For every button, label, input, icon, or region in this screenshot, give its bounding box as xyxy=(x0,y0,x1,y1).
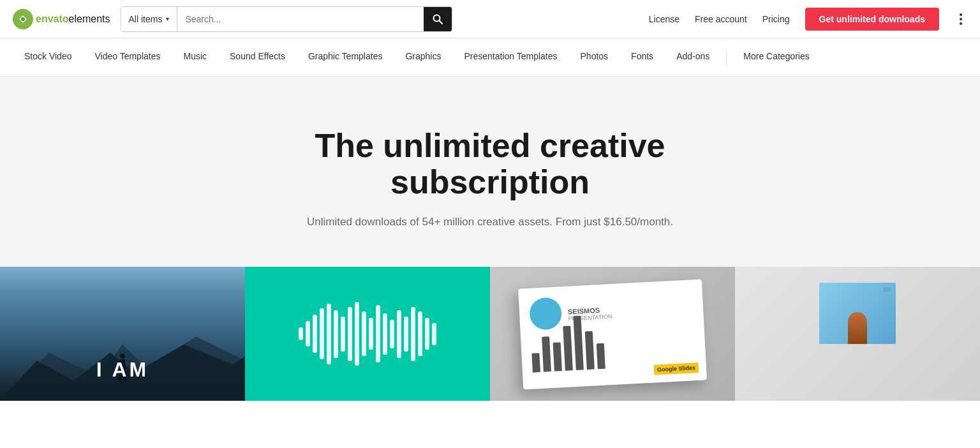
google-slides-badge: Google Slides xyxy=(654,362,699,375)
card-1-label: I AM xyxy=(96,358,149,382)
pres-bar xyxy=(553,342,562,371)
wave-bar xyxy=(313,315,317,353)
wave-bar xyxy=(320,308,324,359)
hero-subtitle: Unlimited downloads of 54+ million creat… xyxy=(307,216,673,228)
chevron-down-icon: ▾ xyxy=(166,15,169,22)
search-icon xyxy=(433,14,443,24)
wave-bar xyxy=(299,327,303,340)
pres-bar xyxy=(542,336,551,372)
header: envatoelements All items ▾ License Free … xyxy=(0,0,980,38)
wave-bar xyxy=(404,317,408,352)
wave-bar xyxy=(327,304,331,364)
wave-bar xyxy=(362,311,366,356)
wave-bar xyxy=(306,321,310,347)
wave-bar xyxy=(334,310,338,358)
hero-title: The unlimited creative subscription xyxy=(267,128,713,200)
hero-section: The unlimited creative subscription Unli… xyxy=(0,77,980,267)
wave-bar xyxy=(369,318,373,350)
svg-point-1 xyxy=(21,17,25,21)
cat-graphic-templates[interactable]: Graphic Templates xyxy=(297,38,394,77)
cards-section: I AM SEISMOS PRESENTATION Google Slides xyxy=(0,267,980,401)
logo-envato-text: envatoelements xyxy=(36,13,110,25)
search-dropdown-label: All items xyxy=(129,14,163,24)
book-figure xyxy=(848,312,867,344)
cat-sound-effects[interactable]: Sound Effects xyxy=(218,38,297,77)
license-link[interactable]: License xyxy=(649,14,679,24)
cat-music[interactable]: Music xyxy=(172,38,218,77)
free-account-link[interactable]: Free account xyxy=(695,14,747,24)
pres-circle xyxy=(529,297,563,331)
presentation-mockup: SEISMOS PRESENTATION Google Slides xyxy=(518,279,707,389)
cat-fonts[interactable]: Fonts xyxy=(620,38,665,77)
book-cover-top: |||| xyxy=(819,283,896,344)
card-sound-effects[interactable] xyxy=(245,267,490,401)
card-stock-video[interactable]: I AM xyxy=(0,267,245,401)
svg-line-3 xyxy=(439,20,442,24)
wave-bar xyxy=(390,320,394,348)
wave-bar xyxy=(425,318,429,350)
more-menu-button[interactable] xyxy=(954,11,967,27)
wave-bar xyxy=(341,317,345,352)
wave-bar xyxy=(376,305,380,362)
cat-stock-video[interactable]: Stock Video xyxy=(13,38,83,77)
pres-bar xyxy=(585,331,595,370)
header-nav: License Free account Pricing Get unlimit… xyxy=(649,8,967,31)
wave-bar xyxy=(397,310,401,358)
wave-bar xyxy=(348,307,352,361)
cat-add-ons[interactable]: Add-ons xyxy=(665,38,721,77)
search-button[interactable] xyxy=(424,7,452,31)
nav-divider xyxy=(726,50,727,65)
cat-graphics[interactable]: Graphics xyxy=(394,38,452,77)
cat-presentation-templates[interactable]: Presentation Templates xyxy=(452,38,568,77)
card-graphic-templates[interactable]: |||| Beyond Somewhere why i'd leave xyxy=(735,267,980,401)
cat-video-templates[interactable]: Video Templates xyxy=(83,38,172,77)
logo-icon xyxy=(13,9,33,29)
sound-wave-visual xyxy=(299,302,436,366)
cat-photos[interactable]: Photos xyxy=(569,38,620,77)
search-input[interactable] xyxy=(177,7,423,31)
pres-bar xyxy=(597,343,605,369)
category-nav: Stock Video Video Templates Music Sound … xyxy=(0,38,980,77)
dot-2 xyxy=(960,18,962,20)
wave-bar xyxy=(432,323,436,345)
logo[interactable]: envatoelements xyxy=(13,9,110,29)
cta-button[interactable]: Get unlimited downloads xyxy=(805,8,939,31)
wave-bar xyxy=(383,313,387,355)
pricing-link[interactable]: Pricing xyxy=(762,14,790,24)
dot-3 xyxy=(960,22,962,25)
card-presentation-templates[interactable]: SEISMOS PRESENTATION Google Slides xyxy=(490,267,735,401)
wave-bar xyxy=(418,311,422,356)
search-bar: All items ▾ xyxy=(121,6,452,32)
search-dropdown[interactable]: All items ▾ xyxy=(121,7,178,31)
dot-1 xyxy=(960,13,962,16)
wave-bar xyxy=(355,302,359,366)
cat-more-categories[interactable]: More Categories xyxy=(732,38,821,77)
pres-bar xyxy=(531,353,540,373)
wave-bar xyxy=(411,307,415,361)
